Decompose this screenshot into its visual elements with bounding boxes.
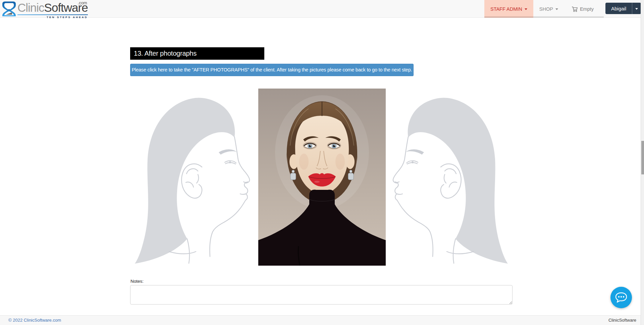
brand-logo[interactable]: ClinicSoftware .com TEN STEPS AHEAD [2, 1, 88, 17]
photo-composite [130, 86, 513, 270]
nav-item-label: SHOP [539, 6, 553, 12]
nav-item-label: STAFF ADMIN [490, 6, 522, 12]
cart-icon [572, 6, 578, 12]
footer-brand-text: ClinicSoftware [608, 316, 636, 325]
instruction-button[interactable]: Please click here to take the "AFTER PHO… [130, 64, 414, 76]
brand-tagline: TEN STEPS AHEAD [17, 16, 88, 19]
cart-button[interactable]: Empty [564, 0, 598, 18]
chat-widget-button[interactable] [610, 287, 632, 308]
caret-down-icon [635, 8, 638, 10]
navbar: ClinicSoftware .com TEN STEPS AHEAD STAF… [0, 0, 644, 18]
footer: © 2022 ClinicSoftware.com ClinicSoftware [0, 315, 644, 325]
notes-textarea[interactable] [130, 285, 513, 305]
notes-label: Notes: [130, 279, 144, 284]
silhouette-right-image [388, 95, 510, 267]
page: ClinicSoftware .com TEN STEPS AHEAD STAF… [0, 0, 644, 325]
hourglass-icon [2, 1, 16, 17]
nav-item-staff-admin[interactable]: STAFF ADMIN [484, 0, 533, 18]
user-name-label: Abigail [605, 3, 632, 14]
nav-item-shop[interactable]: SHOP [533, 0, 564, 18]
user-caret-button[interactable] [632, 3, 641, 14]
brand-rule [17, 14, 88, 15]
step-heading: 13. After photographs [130, 47, 264, 60]
silhouette-left-image [133, 95, 255, 267]
caret-down-icon [555, 8, 558, 10]
brand-text: ClinicSoftware .com TEN STEPS AHEAD [17, 1, 88, 19]
scrollbar[interactable] [641, 0, 644, 325]
brand-suffix: .com [78, 0, 87, 5]
cart-status-label: Empty [580, 6, 594, 12]
scrollbar-thumb[interactable] [641, 141, 644, 174]
client-photo [258, 89, 386, 266]
brand-primary: Clinic [17, 1, 44, 14]
user-menu-button[interactable]: Abigail [605, 3, 641, 14]
copyright-link[interactable]: © 2022 ClinicSoftware.com [8, 316, 61, 325]
chat-bubble-icon [614, 292, 628, 303]
nav-menu: STAFF ADMIN SHOP Empty [484, 0, 604, 18]
caret-down-icon [525, 8, 527, 10]
